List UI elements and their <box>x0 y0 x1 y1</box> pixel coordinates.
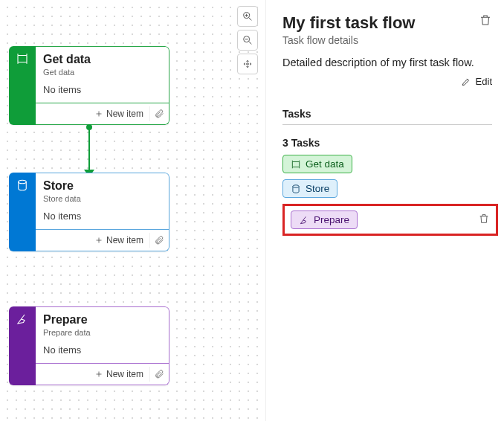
svg-line-1 <box>249 18 252 21</box>
fit-view-icon <box>242 58 253 70</box>
new-item-button[interactable]: New item <box>91 107 146 120</box>
zoom-in-icon <box>242 10 253 22</box>
node-subtitle: Get data <box>43 68 161 77</box>
edit-button[interactable]: Edit <box>461 76 492 87</box>
attachment-button[interactable] <box>149 367 164 382</box>
paperclip-icon <box>154 369 164 379</box>
task-chip-prepare[interactable]: Prepare <box>291 210 358 229</box>
svg-point-26 <box>293 184 299 187</box>
node-footer: New item <box>36 103 169 125</box>
chip-label: Prepare <box>314 214 349 225</box>
new-item-button[interactable]: New item <box>91 367 146 381</box>
attachment-button[interactable] <box>149 106 164 121</box>
broom-icon <box>299 215 309 225</box>
zoom-out-button[interactable] <box>237 30 258 51</box>
svg-rect-8 <box>18 56 27 62</box>
new-item-label: New item <box>106 235 143 245</box>
paperclip-icon <box>154 109 164 119</box>
zoom-out-icon <box>242 34 253 46</box>
new-item-label: New item <box>106 109 143 119</box>
trash-icon <box>479 13 492 27</box>
zoom-in-button[interactable] <box>237 6 258 27</box>
svg-point-7 <box>247 63 249 65</box>
node-footer: New item <box>36 364 169 385</box>
delete-flow-button[interactable] <box>479 13 492 29</box>
database-icon <box>291 184 301 194</box>
plus-icon <box>94 109 103 118</box>
plus-icon <box>94 370 103 379</box>
node-store[interactable]: Store Store data No items New item <box>9 173 169 251</box>
attachment-button[interactable] <box>149 233 164 248</box>
node-footer: New item <box>36 230 169 251</box>
svg-point-15 <box>19 180 27 184</box>
chip-label: Store <box>306 183 329 194</box>
node-accent <box>9 173 36 251</box>
zoom-controls <box>237 6 258 74</box>
edit-row: Edit <box>282 76 492 87</box>
svg-line-27 <box>303 216 306 220</box>
node-title: Store <box>43 179 161 193</box>
connector-line <box>88 126 90 173</box>
task-chips: Get data Store Prepare <box>282 155 492 236</box>
node-title: Get data <box>43 53 161 66</box>
panel-title: My first task flow <box>282 13 415 33</box>
broom-icon <box>16 312 29 326</box>
node-header: Get data Get data No items <box>36 46 169 103</box>
task-chip-selected-row: Prepare <box>282 204 498 236</box>
node-get-data[interactable]: Get data Get data No items New item <box>9 46 169 125</box>
node-body: Prepare Prepare data No items New item <box>36 306 169 385</box>
paperclip-icon <box>154 235 164 245</box>
edit-label: Edit <box>476 76 492 87</box>
node-accent <box>9 46 36 125</box>
node-accent <box>9 306 36 385</box>
node-prepare[interactable]: Prepare Prepare data No items New item <box>9 306 169 385</box>
new-item-label: New item <box>106 369 143 379</box>
tasks-divider <box>282 124 492 125</box>
node-title: Prepare <box>43 313 161 327</box>
svg-line-5 <box>249 42 252 45</box>
flow-canvas[interactable]: Get data Get data No items New item <box>0 0 266 421</box>
svg-rect-21 <box>292 161 299 167</box>
chip-label: Get data <box>306 158 344 170</box>
delete-task-button[interactable] <box>478 213 490 227</box>
new-item-button[interactable]: New item <box>91 234 146 247</box>
node-empty-text: No items <box>43 210 161 222</box>
node-subtitle: Store data <box>43 194 161 203</box>
node-subtitle: Prepare data <box>43 328 161 337</box>
node-body: Get data Get data No items New item <box>36 46 169 125</box>
scroll-icon <box>291 159 301 170</box>
database-icon <box>16 179 29 192</box>
scroll-icon <box>16 52 29 65</box>
task-chip-store[interactable]: Store <box>282 179 337 198</box>
plus-icon <box>94 236 103 245</box>
node-header: Store Store data No items <box>36 173 169 230</box>
panel-subtitle: Task flow details <box>282 34 492 46</box>
details-panel: My first task flow Task flow details Det… <box>266 0 504 421</box>
trash-icon <box>478 213 490 225</box>
task-chip-get-data[interactable]: Get data <box>282 155 352 173</box>
svg-line-18 <box>22 315 25 319</box>
node-header: Prepare Prepare data No items <box>36 306 169 364</box>
node-empty-text: No items <box>43 344 161 356</box>
tasks-count: 3 Tasks <box>282 137 492 149</box>
panel-description: Detailed description of my first task fl… <box>282 57 492 68</box>
tasks-heading: Tasks <box>282 108 492 120</box>
node-body: Store Store data No items New item <box>36 173 169 251</box>
pencil-icon <box>461 77 471 87</box>
panel-header: My first task flow <box>282 13 492 33</box>
node-empty-text: No items <box>43 84 161 95</box>
fit-view-button[interactable] <box>237 54 258 74</box>
app-root: Get data Get data No items New item <box>0 0 504 421</box>
